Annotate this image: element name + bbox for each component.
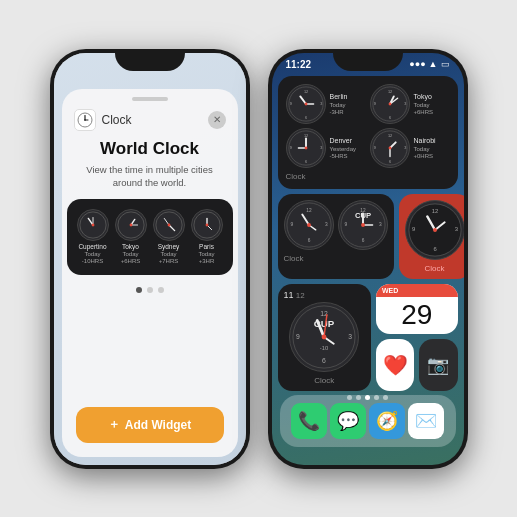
svg-text:3: 3 [349, 332, 353, 339]
widget-description: View the time in multiple cities around … [78, 163, 222, 190]
page-indicators [136, 287, 164, 293]
clock-item-cupertino: Cupertino Today -10HRS [77, 209, 109, 265]
svg-text:12: 12 [303, 133, 307, 137]
svg-point-35 [388, 102, 391, 105]
widget-preview: Cupertino Today -10HRS [67, 199, 233, 275]
berlin-clock: 12 3 6 9 [286, 84, 366, 124]
dual-clock-widget[interactable]: 12 3 6 9 [278, 194, 394, 279]
nairobi-clock: 12 3 6 9 [370, 128, 450, 168]
svg-text:9: 9 [289, 145, 291, 149]
svg-text:9: 9 [296, 332, 300, 339]
svg-point-19 [205, 224, 208, 227]
svg-point-87 [322, 334, 327, 339]
large-clock-widget[interactable]: 11 12 12 3 6 9 CUP [278, 284, 372, 391]
app-name-label: Clock [102, 113, 132, 127]
calendar-date: 29 [376, 297, 458, 333]
widget-row-2: 12 3 6 9 [278, 194, 458, 279]
svg-text:3: 3 [454, 225, 457, 231]
tokyo-clock: 12 3 6 9 [370, 84, 450, 124]
right-col-widgets: WED 29 ❤️ 📷 [376, 284, 458, 391]
add-widget-label: Add Widget [125, 418, 192, 432]
svg-point-7 [91, 224, 94, 227]
large-clock-label: Clock [314, 376, 334, 385]
dock-phone[interactable]: 📞 [291, 403, 327, 439]
svg-point-51 [388, 146, 391, 149]
calendar-widget[interactable]: WED 29 [376, 284, 458, 334]
notch-left [115, 49, 185, 71]
svg-point-15 [167, 224, 170, 227]
large-clock-numbers: 11 12 [284, 290, 305, 300]
safari-icon: 🧭 [376, 410, 398, 432]
signal-icon: ●●● [409, 59, 425, 69]
right-phone: 11:22 ●●● ▲ ▭ [268, 49, 468, 469]
svg-text:6: 6 [322, 357, 326, 364]
dot-3 [158, 287, 164, 293]
dock-mail[interactable]: ✉️ [408, 403, 444, 439]
red-clock-widget[interactable]: 12 3 6 9 Clock [399, 194, 464, 279]
svg-text:9: 9 [373, 145, 375, 149]
red-clock-label: Clock [424, 264, 444, 273]
svg-text:9: 9 [373, 101, 375, 105]
dot-1 [136, 287, 142, 293]
denver-clock: 12 3 6 9 [286, 128, 366, 168]
svg-text:9: 9 [412, 225, 415, 231]
sheet-header: Clock ✕ [62, 101, 238, 135]
calendar-day-abbr: WED [382, 287, 452, 294]
svg-text:3: 3 [320, 101, 322, 105]
notch-right [333, 49, 403, 71]
add-widget-button[interactable]: ＋ Add Widget [76, 407, 224, 443]
svg-text:12: 12 [387, 89, 391, 93]
svg-text:6: 6 [304, 116, 306, 120]
widget-row-1: 12 3 6 9 [278, 76, 458, 189]
add-icon: ＋ [108, 416, 120, 433]
clock-widget-label-1: Clock [286, 172, 450, 181]
camera-widget[interactable]: 📷 [419, 339, 457, 391]
dock: 📞 💬 🧭 ✉️ [280, 395, 456, 447]
svg-text:3: 3 [404, 101, 406, 105]
svg-point-76 [433, 228, 437, 232]
dock-messages[interactable]: 💬 [330, 403, 366, 439]
status-time: 11:22 [286, 59, 312, 70]
svg-point-3 [84, 119, 86, 121]
svg-text:12: 12 [431, 207, 437, 213]
close-button[interactable]: ✕ [208, 111, 226, 129]
clock-item-paris: Paris Today +3HR [191, 209, 223, 265]
camera-icon: 📷 [427, 354, 449, 376]
svg-text:12: 12 [303, 89, 307, 93]
main-container: Clock ✕ World Clock View the time in mul… [50, 49, 468, 469]
svg-point-43 [304, 146, 307, 149]
mail-icon: ✉️ [415, 410, 437, 432]
svg-text:6: 6 [388, 116, 390, 120]
dot-2 [147, 287, 153, 293]
svg-text:-10: -10 [320, 344, 328, 350]
phone-icon: 📞 [298, 410, 320, 432]
dock-safari[interactable]: 🧭 [369, 403, 405, 439]
widget-row-3: 11 12 12 3 6 9 CUP [278, 284, 458, 391]
clock-widget-label-2: Clock [284, 254, 388, 263]
clock-item-sydney: Sydney Today +7HRS [153, 209, 185, 265]
svg-text:6: 6 [388, 160, 390, 164]
widget-title: World Clock [100, 139, 199, 159]
svg-text:3: 3 [404, 145, 406, 149]
svg-text:6: 6 [361, 238, 364, 243]
svg-text:12: 12 [306, 207, 312, 212]
wifi-icon: ▲ [429, 59, 438, 69]
svg-text:3: 3 [378, 221, 381, 226]
svg-text:6: 6 [433, 246, 436, 252]
svg-text:12: 12 [387, 133, 391, 137]
health-camera-row: ❤️ 📷 [376, 339, 458, 391]
left-phone: Clock ✕ World Clock View the time in mul… [50, 49, 250, 469]
calendar-header: WED [376, 284, 458, 297]
clock-item-tokyo: Tokyo Today +6HRS [115, 209, 147, 265]
health-widget[interactable]: ❤️ [376, 339, 414, 391]
health-icon: ❤️ [383, 353, 408, 377]
svg-point-11 [129, 224, 132, 227]
clock-grid: 12 3 6 9 [286, 84, 450, 168]
svg-text:6: 6 [307, 238, 310, 243]
svg-point-59 [307, 223, 311, 227]
world-clock-widget-large[interactable]: 12 3 6 9 [278, 76, 458, 189]
right-screen: 11:22 ●●● ▲ ▭ [272, 53, 464, 465]
svg-text:9: 9 [289, 101, 291, 105]
status-icons: ●●● ▲ ▭ [409, 59, 449, 69]
clock-app-icon [74, 109, 96, 131]
